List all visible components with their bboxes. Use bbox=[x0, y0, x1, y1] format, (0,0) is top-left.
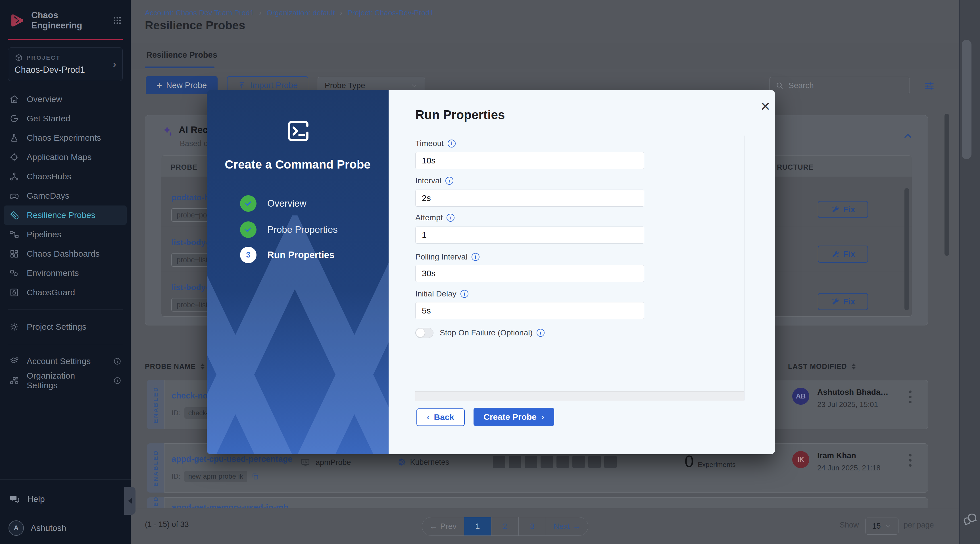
wizard-step-probe-properties[interactable]: Probe Properties bbox=[240, 222, 338, 238]
column-header-last-modified[interactable]: LAST MODIFIED bbox=[788, 362, 856, 371]
info-icon[interactable]: i bbox=[447, 214, 455, 222]
help-button[interactable]: ? Help bbox=[0, 490, 130, 508]
breadcrumb-project[interactable]: Project: Chaos-Dev-Prod1 bbox=[347, 8, 433, 18]
page-size-select[interactable]: 15 bbox=[865, 518, 899, 534]
column-header-probe-name[interactable]: PROBE NAME bbox=[145, 362, 205, 371]
scrollbar-thumb[interactable] bbox=[904, 188, 909, 310]
sidebar-item-label: ChaosGuard bbox=[27, 288, 75, 297]
sidebar-item-chaos-dashboards[interactable]: Chaos Dashboards bbox=[4, 244, 127, 263]
prev-page-button[interactable]: ← Prev bbox=[422, 517, 464, 536]
ai-probe-link[interactable]: podtato-h bbox=[171, 193, 209, 203]
sidebar-nav: Overview Get Started Chaos Experiments bbox=[0, 89, 130, 390]
wizard-pane: Create a Command Probe Overview Probe Pr… bbox=[207, 90, 388, 454]
info-icon[interactable] bbox=[113, 376, 122, 385]
sidebar: Chaos Engineering PROJECT Chaos-Dev-Pr bbox=[0, 0, 130, 544]
interval-input[interactable] bbox=[415, 190, 644, 207]
module-grid-icon[interactable] bbox=[112, 15, 123, 26]
pagination-footer: (1 - 15) of 33 ← Prev 1 2 3 Next → Show … bbox=[130, 508, 959, 544]
row-menu-button[interactable] bbox=[909, 391, 912, 403]
wizard-title: Create a Command Probe bbox=[207, 158, 388, 171]
ai-probe-link[interactable]: list-body- bbox=[171, 283, 208, 292]
page-button-1[interactable]: 1 bbox=[464, 517, 492, 536]
filter-sliders-icon[interactable] bbox=[923, 80, 935, 92]
probe-name-link[interactable]: check-nol bbox=[172, 391, 210, 400]
sidebar-item-label: Environments bbox=[27, 268, 79, 278]
next-page-button[interactable]: Next → bbox=[546, 517, 588, 536]
breadcrumb-separator: › bbox=[259, 8, 262, 18]
search-icon bbox=[775, 81, 784, 90]
fix-button[interactable]: Fix bbox=[818, 201, 868, 218]
user-menu[interactable]: A Ashutosh bbox=[0, 519, 130, 537]
upload-icon bbox=[237, 81, 246, 89]
ai-probe-link[interactable]: list-body- bbox=[171, 238, 208, 247]
page-button-2[interactable]: 2 bbox=[492, 517, 519, 536]
lock-shield-icon bbox=[9, 287, 19, 298]
probe-name-link[interactable]: appd-get-cpu-used-percentage bbox=[172, 455, 292, 464]
sidebar-item-organization-settings[interactable]: Organization Settings bbox=[4, 371, 127, 390]
polling-interval-input[interactable] bbox=[415, 265, 644, 282]
breadcrumb-organization[interactable]: Organization: default bbox=[267, 8, 335, 18]
create-probe-button[interactable]: Create Probe › bbox=[474, 408, 554, 426]
form-bottom-band bbox=[415, 391, 744, 401]
experiments-label: Experiments bbox=[698, 461, 735, 469]
hexagons-icon bbox=[9, 268, 19, 278]
sidebar-item-application-maps[interactable]: Application Maps bbox=[4, 147, 127, 167]
back-button[interactable]: ‹ Back bbox=[417, 408, 465, 426]
sidebar-item-overview[interactable]: Overview bbox=[4, 89, 127, 109]
attempt-input[interactable] bbox=[415, 227, 644, 244]
sort-icon bbox=[851, 364, 856, 370]
support-chat-icon[interactable] bbox=[964, 512, 978, 526]
sidebar-item-gamedays[interactable]: GameDays bbox=[4, 186, 127, 206]
tab-resilience-probes[interactable]: Resilience Probes bbox=[146, 50, 217, 60]
chevron-up-icon[interactable] bbox=[902, 130, 913, 142]
sidebar-item-chaoshubs[interactable]: ChaosHubs bbox=[4, 167, 127, 186]
new-probe-button[interactable]: + New Probe bbox=[146, 76, 218, 94]
sidebar-collapse-handle[interactable] bbox=[124, 487, 135, 515]
sidebar-item-project-settings[interactable]: Project Settings bbox=[4, 317, 127, 337]
initial-delay-input[interactable] bbox=[415, 302, 644, 319]
step-done-icon bbox=[240, 195, 256, 212]
scrollbar-thumb[interactable] bbox=[962, 40, 972, 159]
sidebar-item-resilience-probes[interactable]: Resilience Probes bbox=[4, 206, 127, 225]
wizard-step-run-properties[interactable]: 3 Run Properties bbox=[240, 247, 335, 263]
probe-id: ID: new-apm-probe-ik bbox=[172, 471, 259, 482]
sidebar-item-account-settings[interactable]: Account Settings bbox=[4, 352, 127, 371]
project-selector[interactable]: PROJECT Chaos-Dev-Prod1 › bbox=[8, 48, 123, 81]
wrench-sparkle-icon bbox=[831, 297, 840, 306]
sidebar-item-get-started[interactable]: Get Started bbox=[4, 109, 127, 128]
scrollbar-thumb[interactable] bbox=[945, 114, 949, 256]
info-icon[interactable]: i bbox=[460, 290, 468, 298]
sidebar-item-chaos-experiments[interactable]: Chaos Experiments bbox=[4, 128, 127, 147]
info-icon[interactable]: i bbox=[471, 253, 479, 261]
wizard-step-overview[interactable]: Overview bbox=[240, 195, 307, 212]
help-chat-icon: ? bbox=[9, 494, 20, 504]
per-page-label: per page bbox=[904, 521, 934, 530]
org-gear-icon bbox=[9, 375, 19, 386]
network-icon bbox=[9, 171, 19, 182]
search-input[interactable] bbox=[789, 81, 904, 90]
search-box bbox=[770, 77, 910, 94]
pagination-range: (1 - 15) of 33 bbox=[145, 520, 189, 529]
copy-icon[interactable] bbox=[251, 472, 259, 480]
info-icon[interactable] bbox=[113, 357, 122, 365]
info-icon[interactable]: i bbox=[448, 140, 456, 147]
browser-scrollbar[interactable] bbox=[959, 0, 980, 544]
page-button-3[interactable]: 3 bbox=[519, 517, 546, 536]
fix-button[interactable]: Fix bbox=[818, 293, 868, 310]
row-menu-button[interactable] bbox=[909, 454, 912, 467]
sidebar-item-pipelines[interactable]: Pipelines bbox=[4, 225, 127, 244]
kubernetes-icon: ☸ bbox=[398, 457, 406, 467]
sidebar-item-chaosguard[interactable]: ChaosGuard bbox=[4, 283, 127, 302]
info-icon[interactable]: i bbox=[536, 329, 544, 337]
plus-icon: + bbox=[156, 80, 162, 91]
close-icon[interactable]: ✕ bbox=[760, 101, 771, 113]
fix-button[interactable]: Fix bbox=[818, 246, 868, 263]
breadcrumb-account[interactable]: Account: Chaos Dev Team Prod1 bbox=[145, 8, 254, 18]
chevron-down-icon bbox=[885, 523, 892, 530]
stop-on-failure-toggle[interactable] bbox=[415, 328, 433, 338]
ai-banner-title: AI Rec bbox=[179, 124, 208, 135]
timeout-input[interactable] bbox=[415, 152, 644, 169]
sidebar-item-environments[interactable]: Environments bbox=[4, 263, 127, 283]
form-scroll-track[interactable] bbox=[744, 136, 753, 400]
info-icon[interactable]: i bbox=[445, 177, 453, 185]
